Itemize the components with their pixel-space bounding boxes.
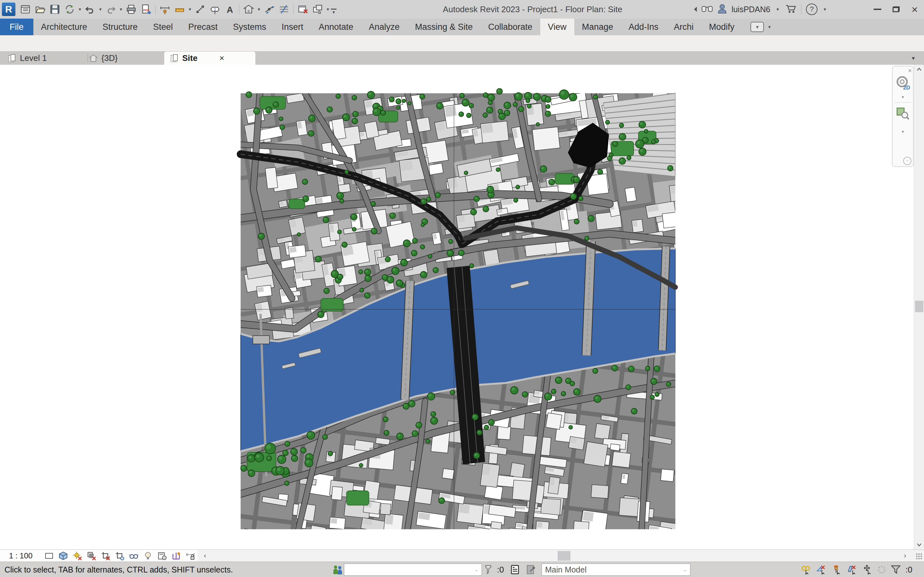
undo-dropdown-caret[interactable]: ▾ xyxy=(97,2,103,17)
close-inactive-views-button[interactable] xyxy=(296,2,310,17)
steering-wheel-icon[interactable]: 2D xyxy=(893,75,913,91)
tab-manage[interactable]: Manage xyxy=(574,19,621,35)
sun-path-icon[interactable] xyxy=(70,550,84,562)
user-avatar-icon[interactable] xyxy=(717,3,727,15)
scroll-right-arrow[interactable]: › xyxy=(900,550,910,562)
measure-button[interactable] xyxy=(158,2,172,17)
open-button[interactable] xyxy=(33,2,47,17)
scroll-down-arrow[interactable] xyxy=(914,540,924,550)
help-icon[interactable]: ? xyxy=(806,3,817,15)
close-view-tab-icon[interactable]: × xyxy=(220,53,224,63)
signed-in-username[interactable]: luisPDAN6 xyxy=(732,5,771,14)
editing-requests-icon[interactable] xyxy=(483,562,493,577)
drawing-area[interactable] xyxy=(0,65,914,550)
collapse-search-arrow[interactable] xyxy=(694,7,697,12)
redo-dropdown-caret[interactable]: ▾ xyxy=(118,2,124,17)
site-plan-map[interactable] xyxy=(241,93,675,529)
close-button[interactable]: × xyxy=(905,0,924,19)
vertical-scrollbar[interactable] xyxy=(914,65,924,550)
undo-button[interactable] xyxy=(83,2,97,17)
thin-lines-button[interactable] xyxy=(276,2,291,17)
reveal-constraints-icon[interactable] xyxy=(183,550,197,562)
filter-icon[interactable] xyxy=(891,562,901,577)
3d-view-dropdown-caret[interactable]: ▾ xyxy=(256,2,262,17)
temporary-view-properties-icon[interactable] xyxy=(155,550,169,562)
exclude-options-icon[interactable] xyxy=(526,562,536,577)
section-button[interactable] xyxy=(262,2,276,17)
select-links-toggle-icon[interactable] xyxy=(801,562,811,577)
tab-analyze[interactable]: Analyze xyxy=(361,19,407,35)
select-pinned-toggle-icon[interactable] xyxy=(832,562,842,577)
detail-level-icon[interactable] xyxy=(42,550,56,562)
view-tab-level-1[interactable]: Level 1 xyxy=(2,52,88,65)
customize-qat-caret[interactable]: ▾ xyxy=(331,9,336,15)
app-menu-button[interactable]: R xyxy=(2,3,15,16)
tab-precast[interactable]: Precast xyxy=(181,19,226,35)
drag-on-selection-toggle-icon[interactable] xyxy=(863,562,873,577)
resize-grip[interactable] xyxy=(916,553,922,559)
tab-add-ins[interactable]: Add-Ins xyxy=(621,19,666,35)
switch-windows-button[interactable] xyxy=(310,2,325,17)
show-analytical-model-icon[interactable] xyxy=(169,550,183,562)
tab-steel[interactable]: Steel xyxy=(145,19,181,35)
scroll-up-arrow[interactable] xyxy=(914,65,924,74)
aligned-dimension-button[interactable] xyxy=(172,2,187,17)
tag-by-category-button[interactable]: 1 xyxy=(208,2,222,17)
temporary-hide-isolate-icon[interactable] xyxy=(127,550,141,562)
tab-annotate[interactable]: Annotate xyxy=(311,19,361,35)
ribbon-state-caret[interactable]: ▾ xyxy=(766,19,772,34)
wheel-dropdown-caret[interactable]: ▾ xyxy=(893,95,913,99)
measure-between-refs-button[interactable] xyxy=(193,2,208,17)
tab-structure[interactable]: Structure xyxy=(95,19,145,35)
tab-architecture[interactable]: Architecture xyxy=(33,19,95,35)
restore-button[interactable] xyxy=(887,0,905,19)
switch-windows-dropdown-caret[interactable]: ▾ xyxy=(325,2,331,17)
tab-file[interactable]: File xyxy=(0,19,33,35)
navbar-minimize-icon[interactable]: − xyxy=(903,157,911,165)
active-workset-select[interactable]: ⌄ xyxy=(344,564,482,576)
reveal-hidden-elements-icon[interactable] xyxy=(141,550,155,562)
visual-style-icon[interactable] xyxy=(56,550,70,562)
tab-view[interactable]: View xyxy=(540,19,574,35)
app-store-cart-icon[interactable] xyxy=(785,3,796,15)
shadows-icon[interactable] xyxy=(84,550,99,562)
zoom-region-icon[interactable] xyxy=(893,105,913,121)
ribbon-state-toggle[interactable]: ▼ xyxy=(750,22,764,32)
default-3d-view-button[interactable] xyxy=(241,2,256,17)
select-underlay-toggle-icon[interactable] xyxy=(816,562,827,577)
crop-view-icon[interactable] xyxy=(99,550,113,562)
save-button[interactable] xyxy=(47,2,62,17)
background-processes-icon[interactable] xyxy=(877,562,887,577)
design-option-select[interactable]: Main Model ⌄ xyxy=(541,564,690,576)
sync-with-central-button[interactable] xyxy=(62,2,77,17)
help-dropdown-caret[interactable]: ▾ xyxy=(822,2,828,17)
scroll-left-arrow[interactable]: ‹ xyxy=(200,550,210,562)
text-button[interactable]: A xyxy=(222,2,237,17)
horizontal-scroll-thumb[interactable] xyxy=(557,551,570,561)
user-dropdown-caret[interactable]: ▾ xyxy=(775,2,780,17)
view-tab-3d[interactable]: {3D} xyxy=(83,52,169,65)
search-icon[interactable] xyxy=(701,4,713,15)
select-by-face-toggle-icon[interactable] xyxy=(847,562,857,577)
tab-collaborate[interactable]: Collaborate xyxy=(481,19,540,35)
tab-systems[interactable]: Systems xyxy=(225,19,274,35)
view-tab-list-chevron[interactable]: ▼ xyxy=(911,55,916,61)
worksets-icon[interactable] xyxy=(333,562,342,577)
minimize-button[interactable] xyxy=(868,0,887,19)
sync-dropdown-caret[interactable]: ▾ xyxy=(77,2,83,17)
design-options-icon[interactable] xyxy=(510,562,520,577)
export-pdf-button[interactable]: PDF xyxy=(139,2,153,17)
tab-archi[interactable]: Archi xyxy=(666,19,701,35)
redo-button[interactable] xyxy=(103,2,118,17)
tab-modify[interactable]: Modify xyxy=(701,19,742,35)
tab-massing-site[interactable]: Massing & Site xyxy=(407,19,480,35)
show-crop-region-icon[interactable] xyxy=(113,550,127,562)
print-button[interactable] xyxy=(124,2,139,17)
navbar-close-icon[interactable]: × xyxy=(908,67,912,74)
dimension-dropdown-caret[interactable]: ▾ xyxy=(187,2,193,17)
tab-insert[interactable]: Insert xyxy=(274,19,311,35)
zoom-dropdown-caret[interactable]: ▾ xyxy=(893,129,913,134)
properties-button[interactable] xyxy=(18,2,33,17)
view-scale-button[interactable]: 1 : 100 xyxy=(9,551,32,560)
view-tab-site[interactable]: Site × xyxy=(164,52,255,65)
